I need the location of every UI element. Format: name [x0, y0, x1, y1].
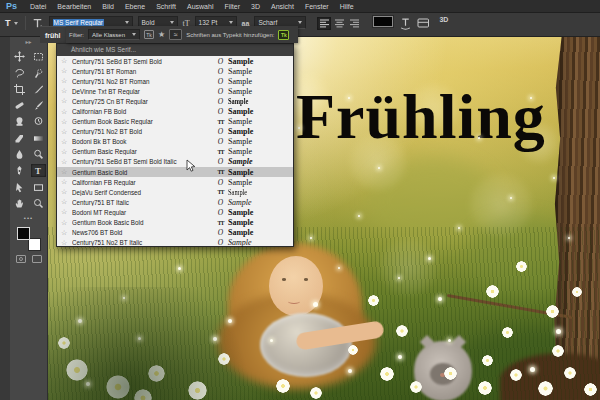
- favorite-star-icon[interactable]: [61, 127, 72, 137]
- menu-item-ebene[interactable]: Ebene: [125, 3, 145, 10]
- favorite-star-icon[interactable]: [61, 96, 72, 106]
- menu-item-auswahl[interactable]: Auswahl: [187, 3, 213, 10]
- type-tool-icon[interactable]: T: [31, 164, 46, 177]
- toolbar-more-icon[interactable]: •••: [24, 215, 33, 221]
- filter-class-select[interactable]: Alle Klassen: [88, 29, 140, 40]
- history-brush-tool-icon[interactable]: [31, 115, 46, 128]
- quick-selection-tool-icon[interactable]: [31, 67, 46, 80]
- font-list-item[interactable]: Century751 BT Italic O Sample: [57, 197, 293, 207]
- move-tool-icon[interactable]: [12, 50, 27, 63]
- menu-item-bild[interactable]: Bild: [102, 3, 114, 10]
- font-list-item[interactable]: News706 BT Bold O Sample: [57, 228, 293, 238]
- align-center-button[interactable]: [332, 17, 346, 30]
- dodge-tool-icon[interactable]: [31, 148, 46, 161]
- screen-mode-icon[interactable]: [32, 255, 42, 263]
- healing-brush-tool-icon[interactable]: [12, 99, 27, 112]
- text-color-swatch[interactable]: [373, 16, 393, 27]
- font-list-item[interactable]: Gentium Book Basic Regular TT Sample: [57, 117, 293, 127]
- white-flower: [348, 345, 358, 355]
- path-selection-tool-icon[interactable]: [12, 181, 27, 194]
- favorite-star-icon[interactable]: [61, 207, 72, 217]
- menu-item-3d[interactable]: 3D: [251, 3, 260, 10]
- favorites-filter-toggle[interactable]: [158, 31, 165, 39]
- similar-fonts-toggle[interactable]: ≈: [169, 29, 182, 40]
- favorite-star-icon[interactable]: [61, 86, 72, 96]
- font-list-item[interactable]: Century751 No2 BT Bold O Sample: [57, 127, 293, 137]
- eraser-tool-icon[interactable]: [12, 132, 27, 145]
- font-list-item[interactable]: Californian FB Regular O Sample: [57, 177, 293, 187]
- shape-tool-icon[interactable]: [31, 181, 46, 194]
- favorite-star-icon[interactable]: [61, 107, 72, 117]
- font-list-item[interactable]: Californian FB Bold O Sample: [57, 106, 293, 116]
- favorite-star-icon[interactable]: [61, 177, 72, 187]
- sparkle: [438, 297, 442, 301]
- toggle-panels-button[interactable]: [417, 16, 430, 30]
- toolbar-collapse-icon[interactable]: ▸▸: [25, 37, 31, 47]
- favorite-star-icon[interactable]: [61, 56, 72, 66]
- favorite-star-icon[interactable]: [61, 76, 72, 86]
- menu-item-schrift[interactable]: Schrift: [156, 3, 176, 10]
- chevron-down-icon: [229, 21, 233, 24]
- font-list-item[interactable]: Century751 SeBd BT Semi Bold O Sample: [57, 56, 293, 66]
- quick-mask-icon[interactable]: [16, 255, 26, 263]
- blur-tool-icon[interactable]: [12, 148, 27, 161]
- font-list-item[interactable]: Century751 SeBd BT Semi Bold Italic O Sa…: [57, 157, 293, 167]
- font-list-item[interactable]: Century751 BT Roman O Sample: [57, 66, 293, 76]
- menu-item-bearbeiten[interactable]: Bearbeiten: [57, 3, 91, 10]
- favorite-star-icon[interactable]: [61, 228, 72, 238]
- filter-label: Filter:: [69, 32, 84, 38]
- type-tool-preset-icon: T: [5, 18, 11, 28]
- brush-tool-icon[interactable]: [31, 99, 46, 112]
- favorite-star-icon[interactable]: [61, 66, 72, 76]
- favorite-star-icon[interactable]: [61, 197, 72, 207]
- clone-stamp-tool-icon[interactable]: [12, 115, 27, 128]
- align-right-button[interactable]: [347, 17, 361, 30]
- font-list-item[interactable]: Gentium Basic Bold TT Sample: [57, 167, 293, 177]
- font-format-icon: TT: [213, 119, 228, 125]
- favorite-star-icon[interactable]: [61, 238, 72, 248]
- tool-preset-picker[interactable]: T: [5, 16, 18, 30]
- font-list-item[interactable]: Century751 No2 BT Roman O Sample: [57, 76, 293, 86]
- font-list-item[interactable]: DeVinne Txt BT Regular O Sample: [57, 86, 293, 96]
- 3d-mode-label[interactable]: 3D: [439, 16, 448, 23]
- white-flower: [478, 381, 492, 395]
- favorite-star-icon[interactable]: [61, 147, 72, 157]
- warp-text-button[interactable]: [399, 16, 412, 30]
- pen-tool-icon[interactable]: [12, 164, 27, 177]
- favorite-star-icon[interactable]: [61, 157, 72, 167]
- favorite-star-icon[interactable]: [61, 117, 72, 127]
- menu-item-datei[interactable]: Datei: [30, 3, 46, 10]
- font-list-item[interactable]: Gentium Book Basic Bold TT Sample: [57, 218, 293, 228]
- favorite-star-icon[interactable]: [61, 137, 72, 147]
- font-list-item[interactable]: Gentium Basic Regular TT Sample: [57, 147, 293, 157]
- lasso-tool-icon[interactable]: [12, 67, 27, 80]
- hand-tool-icon[interactable]: [12, 197, 27, 210]
- marquee-tool-icon[interactable]: [31, 50, 46, 63]
- font-list-item[interactable]: Century725 Cn BT Regular O Sample: [57, 96, 293, 106]
- font-list-item[interactable]: Century751 No2 BT Italic O Sample: [57, 238, 293, 248]
- font-name: Californian FB Bold: [72, 108, 213, 115]
- menu-item-filter[interactable]: Filter: [224, 3, 240, 10]
- headline-text[interactable]: Frühling: [296, 85, 546, 149]
- favorite-star-icon[interactable]: [61, 218, 72, 228]
- divider: [25, 16, 26, 30]
- menu-item-hilfe[interactable]: Hilfe: [340, 3, 354, 10]
- zoom-tool-icon[interactable]: [31, 197, 46, 210]
- align-left-button[interactable]: [317, 17, 331, 30]
- font-format-icon: O: [213, 208, 228, 217]
- typekit-add-button[interactable]: Tk: [278, 30, 289, 40]
- gradient-tool-icon[interactable]: [31, 132, 46, 145]
- font-list-item[interactable]: DejaVu Serif Condensed TT Sample: [57, 187, 293, 197]
- menu-item-ansicht[interactable]: Ansicht: [271, 3, 294, 10]
- favorite-star-icon[interactable]: [61, 187, 72, 197]
- menu-item-fenster[interactable]: Fenster: [305, 3, 329, 10]
- white-flower: [486, 285, 499, 298]
- favorite-star-icon[interactable]: [61, 167, 72, 177]
- font-format-icon: O: [213, 178, 228, 187]
- font-list-item[interactable]: Bodoni Bk BT Book O Sample: [57, 137, 293, 147]
- font-list-item[interactable]: Bodoni MT Regular O Sample: [57, 207, 293, 217]
- foreground-color-swatch[interactable]: [17, 227, 30, 240]
- typekit-filter-toggle[interactable]: Tk: [144, 30, 154, 39]
- crop-tool-icon[interactable]: [12, 83, 27, 96]
- eyedropper-tool-icon[interactable]: [31, 83, 46, 96]
